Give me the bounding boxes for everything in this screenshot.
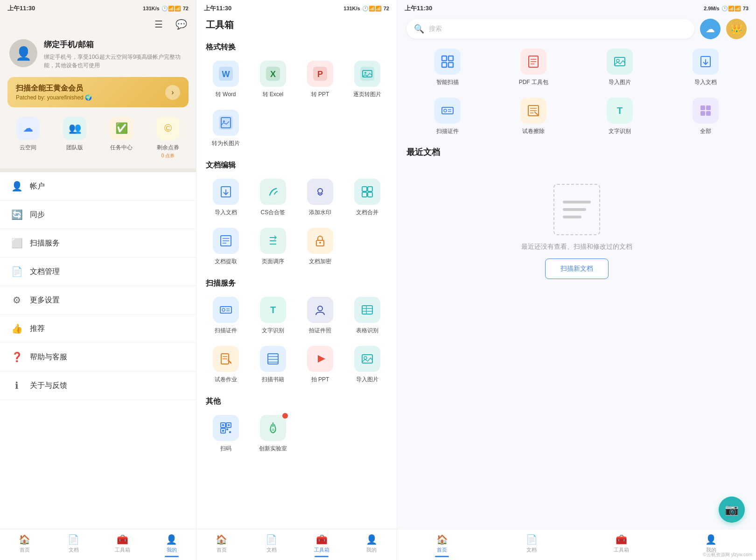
svg-rect-51 (222, 424, 224, 426)
team-label: 团队版 (66, 144, 83, 152)
tool-to-word[interactable]: W 转 Word (204, 57, 247, 102)
watermark: ©云帆资源网 ylzyw.com (703, 552, 752, 558)
tool-cs-sign[interactable]: CS合合签 (251, 175, 294, 220)
about-label: 关于与反馈 (30, 381, 67, 391)
docs-icon-2: 📄 (266, 534, 277, 545)
menu-item-account[interactable]: 👤 帐户 (0, 172, 196, 201)
quick-action-cloud[interactable]: ☁ 云空间 (5, 117, 51, 159)
status-bar-2: 上午11:30 131K/s 🕐📶📶 72 (196, 0, 397, 17)
tool-id-photo[interactable]: 拍证件照 (299, 293, 342, 338)
cloud-btn[interactable]: ☁ (700, 19, 721, 39)
menu-item-scan-service[interactable]: ⬜ 扫描服务 (0, 229, 196, 258)
tool-ocr-h[interactable]: T 文字识别 (579, 94, 661, 139)
tool-table-ocr[interactable]: 表格识别 (346, 293, 389, 338)
tool-ocr[interactable]: T 文字识别 (251, 293, 294, 338)
points-icon: © (156, 117, 180, 140)
menu-item-about[interactable]: ℹ 关于与反馈 (0, 371, 196, 400)
doc-line-2 (563, 208, 586, 211)
my-icon-2: 👤 (366, 534, 378, 545)
tool-shoot-ppt[interactable]: 拍 PPT (299, 342, 342, 387)
menu-item-sync[interactable]: 🔄 同步 (0, 201, 196, 229)
tool-reorder[interactable]: 页面调序 (251, 224, 294, 269)
svg-point-66 (616, 59, 619, 62)
bottom-nav-3: 🏠 首页 📄 文档 🧰 工具箱 👤 我的 (397, 529, 756, 560)
nav-my-1[interactable]: 👤 我的 (147, 533, 196, 558)
avatar[interactable]: 👤 (9, 39, 37, 67)
tool-lab[interactable]: 创新实验室 (251, 411, 294, 456)
bottom-nav-1: 🏠 首页 📄 文档 🧰 工具箱 👤 我的 (0, 529, 196, 560)
section-other: 其他 (204, 391, 389, 411)
nav-docs-1[interactable]: 📄 文档 (49, 533, 98, 558)
lab-icon (260, 415, 286, 441)
nav-home-1[interactable]: 🏠 首页 (0, 533, 49, 558)
svg-text:P: P (317, 70, 323, 79)
search-bar[interactable]: 🔍 搜索 (406, 19, 694, 39)
menu-item-recommend[interactable]: 👍 推荐 (0, 315, 196, 343)
tool-import-doc[interactable]: 导入文档 (204, 175, 247, 220)
svg-text:T: T (270, 305, 276, 315)
cs-sign-icon (260, 179, 286, 205)
tool-encrypt[interactable]: 文档加密 (299, 224, 342, 269)
scan-id-icon (213, 297, 239, 323)
tool-erase-exam[interactable]: 试卷擦除 (492, 94, 574, 139)
nav-indicator-3 (435, 556, 449, 557)
svg-point-70 (444, 109, 447, 112)
tool-extract[interactable]: 文档提取 (204, 224, 247, 269)
tool-all[interactable]: 全部 (665, 94, 747, 139)
message-icon[interactable]: 💬 (174, 17, 189, 32)
nav-home-3[interactable]: 🏠 首页 (397, 533, 487, 558)
tool-scan-id-h[interactable]: 扫描证件 (406, 94, 489, 139)
vip-banner[interactable]: 扫描全能王黄金会员 Patched by: youarefinished 🌍 › (7, 77, 189, 107)
svg-text:T: T (617, 105, 623, 116)
quick-action-points[interactable]: © 剩余点券 0 点券 (145, 117, 191, 159)
tool-exam[interactable]: 试卷作业 (204, 342, 247, 387)
recommend-label: 推荐 (30, 324, 45, 334)
tool-to-image[interactable]: 逐页转图片 (346, 57, 389, 102)
nav-tools-2[interactable]: 🧰 工具箱 (297, 533, 347, 558)
tool-import-doc-h[interactable]: 导入文档 (665, 45, 747, 90)
tool-import-img[interactable]: 导入图片 (346, 342, 389, 387)
time-2: 上午11:30 (204, 4, 231, 13)
svg-rect-15 (362, 187, 367, 191)
menu-item-help[interactable]: ❓ 帮助与客服 (0, 343, 196, 371)
svg-rect-59 (442, 63, 447, 67)
tool-to-long-image[interactable]: 转为长图片 (204, 106, 247, 151)
tool-watermark[interactable]: 添加水印 (299, 175, 342, 220)
scan-new-button[interactable]: 扫描新文档 (545, 259, 609, 279)
quick-action-team[interactable]: 👥 团队版 (51, 117, 98, 159)
smart-scan-icon (434, 49, 461, 75)
nav-tools-1[interactable]: 🧰 工具箱 (98, 533, 147, 558)
crown-btn[interactable]: 👑 (726, 19, 747, 39)
nav-docs-2[interactable]: 📄 文档 (246, 533, 296, 558)
panel-home: 上午11:30 2.9M/s 🕐📶📶 73 🔍 搜索 ☁ 👑 智能扫描 PDF (397, 0, 756, 560)
tool-smart-scan[interactable]: 智能扫描 (406, 45, 489, 90)
tool-merge[interactable]: 文档合并 (346, 175, 389, 220)
fab-camera-button[interactable]: 📷 (719, 497, 745, 523)
nav-home-2[interactable]: 🏠 首页 (196, 533, 246, 558)
divider-1 (0, 168, 196, 172)
tool-import-img-h[interactable]: 导入图片 (579, 45, 661, 90)
menu-icon[interactable]: ☰ (151, 17, 166, 32)
nav-my-2[interactable]: 👤 我的 (347, 533, 397, 558)
svg-point-8 (364, 72, 366, 74)
home-icon-3: 🏠 (436, 534, 448, 545)
doc-line-1 (563, 201, 591, 203)
svg-rect-60 (448, 63, 453, 67)
nav-tools-3[interactable]: 🧰 工具箱 (577, 533, 666, 558)
tool-scan-id[interactable]: 扫描证件 (204, 293, 247, 338)
word-icon: W (213, 61, 239, 87)
tool-qrcode[interactable]: 扫码 (204, 411, 247, 456)
menu-item-settings[interactable]: ⚙ 更多设置 (0, 286, 196, 315)
tool-scan-book[interactable]: 扫描书籍 (251, 342, 294, 387)
recent-title: 最近文档 (406, 147, 747, 158)
nav-docs-3[interactable]: 📄 文档 (487, 533, 576, 558)
quick-action-task[interactable]: ✅ 任务中心 (98, 117, 145, 159)
svg-rect-18 (368, 192, 372, 197)
about-icon: ℹ (11, 380, 22, 391)
status-icons-3: 2.9M/s 🕐📶📶 73 (704, 6, 749, 12)
menu-item-doc-manage[interactable]: 📄 文档管理 (0, 258, 196, 286)
tool-pdf-kit[interactable]: PDF 工具包 (492, 45, 574, 90)
svg-rect-17 (362, 192, 367, 197)
tool-to-excel[interactable]: X 转 Excel (251, 57, 294, 102)
tool-to-ppt[interactable]: P 转 PPT (299, 57, 342, 102)
